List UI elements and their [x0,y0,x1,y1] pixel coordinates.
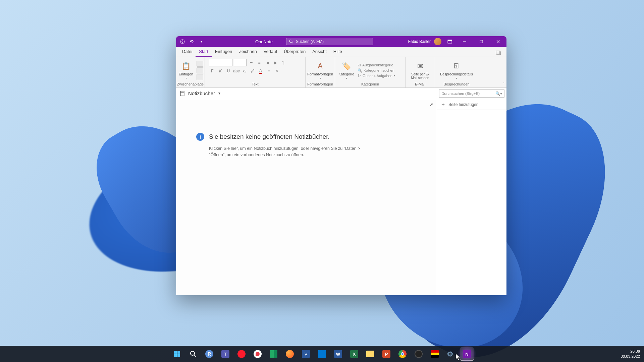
firefox-icon[interactable] [283,347,297,361]
content-area: ⤢ i Sie besitzen keine geöffneten Notizb… [176,99,506,295]
tab-ueberpruefen[interactable]: Überprüfen [280,48,309,57]
onenote-taskbar-icon[interactable]: N [460,347,474,361]
main-pane[interactable]: ⤢ i Sie besitzen keine geöffneten Notizb… [176,99,437,295]
svg-rect-16 [177,354,180,357]
outlook-tasks-button[interactable]: 🏳Outlook-Aufgaben▾ [358,73,403,78]
taskbar-app-1[interactable]: R [203,347,216,361]
clear-formatting-button[interactable]: ✕ [273,68,280,74]
excel-icon[interactable]: X [347,347,361,361]
align-button[interactable]: ≡ [265,68,272,74]
opera-icon[interactable] [235,347,248,361]
highlight-button[interactable]: 🖍 [249,68,256,74]
numbering-button[interactable]: ≡ [256,59,263,66]
subscript-button[interactable]: x₂ [241,68,248,74]
category-button[interactable]: 🏷️ Kategorie ▾ [337,60,356,80]
settings-icon[interactable]: ⚙ [444,347,458,361]
tray-date: 30.03.2022 [621,354,640,359]
chevron-down-icon[interactable]: ▼ [218,92,221,95]
font-color-button[interactable]: A [257,68,264,74]
tab-einfuegen[interactable]: Einfügen [212,48,235,57]
word-icon[interactable]: W [331,347,345,361]
tab-zeichnen[interactable]: Zeichnen [235,48,260,57]
meeting-details-button[interactable]: 🗓 Besprechungsdetails ▾ [439,60,474,80]
close-button[interactable] [490,36,506,47]
collapse-ribbon-button[interactable]: ˆ [503,82,504,86]
ribbon-display-button[interactable] [446,38,453,45]
bold-button[interactable]: F [209,68,216,74]
italic-button[interactable]: K [217,68,224,74]
page-search-input[interactable]: Durchsuchen (Strg+E) 🔍▾ [439,89,504,98]
empty-state-description[interactable]: Klicken Sie hier, um ein Notizbuch hinzu… [209,145,370,158]
tray-time: 20:36 [621,349,640,354]
outdent-button[interactable]: ◀ [264,59,271,66]
svg-point-1 [289,40,292,43]
teams-icon[interactable]: T [219,347,232,361]
styles-group-label: Formatvorlagen [307,82,333,87]
user-name[interactable]: Fabio Basler [408,39,431,44]
maximize-button[interactable] [474,36,489,47]
taskbar-app-3[interactable] [267,347,280,361]
photos-icon[interactable] [315,347,329,361]
search-placeholder: Suchen (Alt+M) [296,39,324,44]
svg-rect-13 [174,351,177,354]
underline-button[interactable]: U [225,68,232,74]
taskbar-app-2[interactable] [251,347,264,361]
app-title: OneNote [255,39,273,44]
notebooks-dropdown[interactable]: Notizbücher [188,90,215,96]
svg-point-0 [180,40,184,44]
undo-button[interactable] [188,38,196,45]
font-family-select[interactable] [209,59,232,66]
back-button[interactable] [179,38,186,45]
styles-button[interactable]: A Formatvorlagen ▾ [306,60,334,80]
email-page-button[interactable]: ✉ Seite per E-Mail senden [408,60,433,80]
system-tray[interactable]: 20:36 30.03.2022 [621,349,640,359]
cut-button[interactable] [197,61,203,67]
indent-button[interactable]: ▶ [272,59,279,66]
explorer-icon[interactable] [364,347,377,361]
svg-point-17 [191,351,195,355]
notebook-icon [179,90,185,97]
empty-state-heading: Sie besitzen keine geöffneten Notizbüche… [209,133,330,140]
titlebar: ▾ OneNote Suchen (Alt+M) Fabio Basler [176,36,506,47]
meetings-group-label: Besprechungen [443,82,469,87]
tab-verlauf[interactable]: Verlauf [260,48,280,57]
powerpoint-icon[interactable]: P [380,347,393,361]
calendar-icon: 🗓 [451,61,462,71]
bullets-button[interactable]: ≣ [248,59,255,66]
visio-icon[interactable]: V [299,347,313,361]
svg-rect-15 [174,354,177,357]
obs-icon[interactable] [412,347,425,361]
start-button[interactable] [170,347,184,361]
svg-rect-10 [496,51,500,54]
search-categories-button[interactable]: 🔍Kategorien suchen [358,68,403,73]
envelope-icon: ✉ [415,61,426,72]
strikethrough-button[interactable]: abc [233,68,240,74]
clipboard-group-label: Zwischenablage [177,82,204,87]
chrome-icon[interactable] [396,347,409,361]
task-category-button[interactable]: ☑Aufgabenkategorie [358,63,403,68]
tab-start[interactable]: Start [196,48,211,57]
paragraph-icon[interactable]: ¶ [280,59,287,66]
tab-hilfe[interactable]: Hilfe [330,48,345,57]
format-painter-button[interactable] [197,74,203,80]
quick-access-dropdown[interactable]: ▾ [198,38,205,45]
info-icon: i [196,133,204,141]
pages-pane: ＋ Seite hinzufügen [437,99,506,295]
minimize-button[interactable] [457,36,472,47]
svg-rect-11 [180,91,184,96]
paste-button[interactable]: 📋 Einfügen ▾ [177,60,195,80]
ribbon: 📋 Einfügen ▾ Zwischenablage ≣ ≡ [176,57,506,88]
search-input[interactable]: Suchen (Alt+M) [286,38,373,45]
new-window-button[interactable] [493,49,504,57]
avatar[interactable] [434,38,441,45]
tab-datei[interactable]: Datei [179,48,196,57]
expand-icon[interactable]: ⤢ [429,102,433,107]
styles-icon: A [315,61,326,71]
add-page-button[interactable]: ＋ Seite hinzufügen [437,99,506,110]
tab-ansicht[interactable]: Ansicht [309,48,330,57]
taskbar-app-4[interactable] [428,347,441,361]
svg-rect-6 [480,40,483,43]
search-button[interactable] [186,347,200,361]
copy-button[interactable] [197,67,203,73]
font-size-select[interactable] [234,59,247,66]
